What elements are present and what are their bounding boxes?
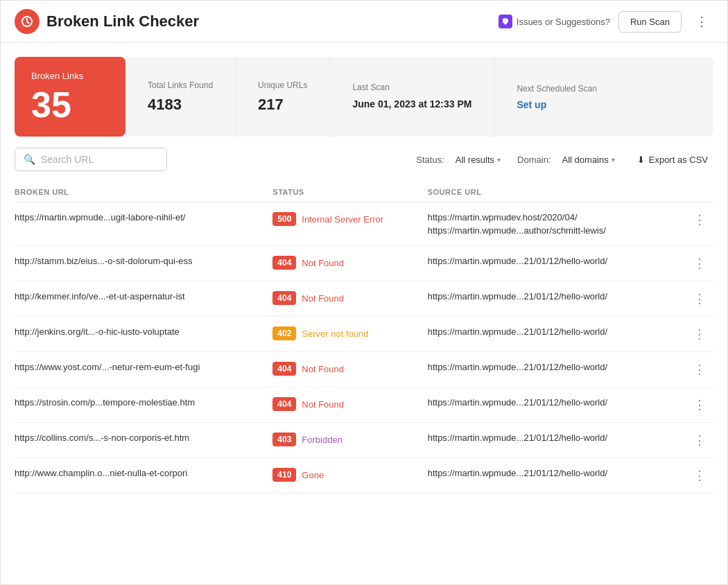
issues-link[interactable]: Issues or Suggestions?	[499, 15, 610, 28]
status-cell: 410 Gone	[272, 468, 427, 482]
unique-urls-value: 217	[258, 96, 307, 114]
run-scan-button[interactable]: Run Scan	[618, 11, 682, 33]
last-scan-stat: Last Scan June 01, 2023 at 12:33 PM	[330, 57, 494, 137]
status-cell: 404 Not Found	[272, 397, 427, 411]
source-url-cell: https://martin.wpmude...21/01/12/hello-w…	[428, 256, 686, 266]
domain-filter-label: Domain:	[517, 155, 551, 165]
stats-bar: Broken Links 35 Total Links Found 4183 U…	[15, 57, 713, 137]
svg-line-2	[27, 21, 29, 24]
source-url-cell: https://martin.wpmude...21/01/12/hello-w…	[428, 291, 686, 302]
status-badge: 404	[272, 397, 296, 411]
status-cell: 402 Server not found	[272, 326, 427, 340]
status-text: Not Found	[302, 258, 344, 268]
source-url-cell: https://martin.wpmude...21/01/12/hello-w…	[428, 433, 686, 443]
table-header: BROKEN URL STATUS SOURCE URL	[15, 182, 713, 202]
table-row: https://www.yost.com/...-netur-rem-eum-e…	[15, 352, 713, 387]
source-url: https://martin.wpmude...21/01/12/hello-w…	[428, 362, 686, 372]
status-dropdown-value: All results	[456, 155, 494, 165]
domain-chevron-icon: ▾	[612, 156, 615, 164]
source-url-cell: https://martin.wpmude...21/01/12/hello-w…	[428, 362, 686, 372]
row-menu-button[interactable]: ⋮	[686, 433, 713, 448]
status-dropdown[interactable]: All results ▾	[450, 150, 506, 169]
search-input[interactable]	[41, 154, 145, 165]
table-container: BROKEN URL STATUS SOURCE URL https://mar…	[1, 182, 727, 494]
export-label: Export as CSV	[649, 155, 708, 165]
header-menu-icon[interactable]: ⋮	[690, 11, 713, 32]
row-menu-button[interactable]: ⋮	[686, 256, 713, 271]
status-badge: 410	[272, 468, 296, 482]
total-links-stat: Total Links Found 4183	[125, 57, 236, 137]
app-container: Broken Link Checker Issues or Suggestion…	[0, 0, 728, 585]
col-header-status: STATUS	[272, 188, 427, 196]
next-scan-link[interactable]: Set up	[517, 99, 596, 110]
status-text: Not Found	[302, 399, 344, 410]
status-chevron-icon: ▾	[497, 156, 501, 164]
row-menu-button[interactable]: ⋮	[686, 397, 713, 412]
app-logo-icon	[15, 9, 40, 34]
table-row: https://martin.wpmude...ugit-labore-nihi…	[15, 202, 713, 246]
stats-items: Total Links Found 4183 Unique URLs 217 L…	[125, 57, 713, 137]
domain-filter-group: Domain: All domains ▾	[517, 150, 621, 169]
status-cell: 404 Not Found	[272, 362, 427, 376]
status-badge: 403	[272, 433, 296, 446]
broken-url-cell: http://jenkins.org/it...-o-hic-iusto-vol…	[15, 326, 272, 337]
row-menu-button[interactable]: ⋮	[686, 212, 713, 227]
last-scan-label: Last Scan	[352, 82, 471, 92]
row-menu-button[interactable]: ⋮	[686, 326, 713, 342]
search-box[interactable]: 🔍	[15, 148, 167, 171]
last-scan-value: June 01, 2023 at 12:33 PM	[352, 98, 471, 112]
status-cell: 404 Not Found	[272, 256, 427, 270]
status-text: Forbidden	[302, 435, 343, 445]
source-url-cell: https://martin.wpmudev.host/2020/04/http…	[428, 212, 686, 236]
source-url-cell: https://martin.wpmude...21/01/12/hello-w…	[428, 468, 686, 478]
next-scan-stat: Next Scheduled Scan Set up	[494, 57, 618, 137]
row-menu-button[interactable]: ⋮	[686, 362, 713, 377]
source-url-cell: https://martin.wpmude...21/01/12/hello-w…	[428, 326, 686, 337]
source-url: https://martin.wpmude...21/01/12/hello-w…	[428, 397, 686, 408]
col-header-broken-url: BROKEN URL	[15, 188, 272, 196]
export-icon: ⬇	[637, 155, 645, 165]
broken-url-cell: https://strosin.com/p...tempore-molestia…	[15, 397, 272, 408]
issues-icon	[499, 15, 512, 28]
source-url-cell: https://martin.wpmude...21/01/12/hello-w…	[428, 397, 686, 408]
domain-dropdown[interactable]: All domains ▾	[557, 150, 621, 169]
broken-url-cell: http://stamm.biz/eius...-o-sit-dolorum-q…	[15, 256, 272, 266]
table-row: https://collins.com/s...-s-non-corporis-…	[15, 423, 713, 458]
export-csv-button[interactable]: ⬇ Export as CSV	[632, 150, 713, 169]
header-actions: Issues or Suggestions? Run Scan ⋮	[499, 11, 713, 33]
source-url: https://martin.wpmudev.host/2020/04/	[428, 212, 686, 222]
source-url: https://martin.wpmude...21/01/12/hello-w…	[428, 468, 686, 478]
table-row: https://strosin.com/p...tempore-molestia…	[15, 387, 713, 423]
source-url: https://martin.wpmude...21/01/12/hello-w…	[428, 433, 686, 443]
status-cell: 404 Not Found	[272, 291, 427, 305]
status-filter-group: Status: All results ▾	[416, 150, 506, 169]
broken-links-label: Broken Links	[31, 71, 109, 81]
status-badge: 404	[272, 362, 296, 376]
broken-links-count: 35	[31, 87, 109, 123]
source-url: https://martin.wpmude...21/01/12/hello-w…	[428, 326, 686, 337]
source-url: https://martin.wpmude...21/01/12/hello-w…	[428, 256, 686, 266]
table-row: http://stamm.biz/eius...-o-sit-dolorum-q…	[15, 246, 713, 281]
status-text: Server not found	[302, 329, 368, 339]
row-menu-button[interactable]: ⋮	[686, 291, 713, 306]
status-text: Not Found	[302, 293, 344, 304]
row-menu-button[interactable]: ⋮	[686, 468, 713, 483]
search-icon: 🔍	[24, 154, 35, 165]
broken-url-cell: https://martin.wpmude...ugit-labore-nihi…	[15, 212, 272, 222]
col-header-source-url: SOURCE URL	[428, 188, 686, 196]
status-text: Not Found	[302, 364, 344, 374]
status-badge: 404	[272, 256, 296, 270]
source-url: https://martin.wpmude...author/schmitt-l…	[428, 225, 686, 236]
table-row: http://www.champlin.o...niet-nulla-et-co…	[15, 458, 713, 494]
status-cell: 500 Internal Server Error	[272, 212, 427, 226]
app-title: Broken Link Checker	[46, 12, 199, 30]
status-badge: 404	[272, 291, 296, 305]
status-filter-label: Status:	[416, 155, 444, 165]
domain-dropdown-value: All domains	[562, 155, 609, 165]
broken-url-cell: http://kemmer.info/ve...-et-ut-aspernatu…	[15, 291, 272, 302]
unique-urls-stat: Unique URLs 217	[236, 57, 330, 137]
broken-links-card: Broken Links 35	[15, 57, 125, 137]
table-row: http://jenkins.org/it...-o-hic-iusto-vol…	[15, 317, 713, 352]
col-header-actions	[686, 188, 713, 196]
header-logo: Broken Link Checker	[15, 9, 499, 34]
